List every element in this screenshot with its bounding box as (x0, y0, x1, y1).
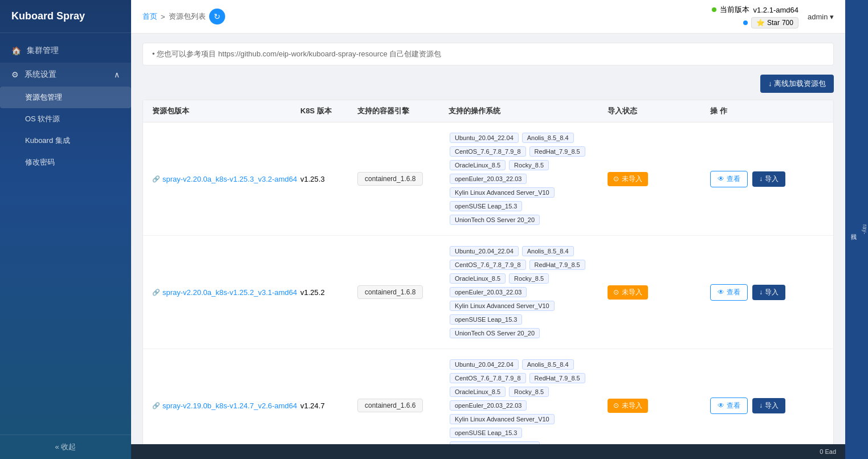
row2-actions: 👁 查看 ↓ 导入 (710, 284, 824, 301)
col-action: 操 作 (710, 106, 824, 116)
status-text: 未导入 (622, 288, 642, 297)
sidebar-item-cluster[interactable]: 🏠 集群管理 (0, 39, 131, 63)
row3-version-link[interactable]: spray-v2.19.0b_k8s-v1.24.7_v2.6-amd64 (152, 401, 300, 410)
chevron-up-icon: ∧ (114, 70, 120, 79)
row2-status: ⊙ 未导入 (608, 285, 710, 300)
breadcrumb: 首页 > 资源包列表 ↻ (142, 9, 225, 24)
refresh-button[interactable]: ↻ (209, 9, 225, 24)
os-tag: UnionTech OS Server 20_20 (450, 215, 540, 225)
star-badge[interactable]: ⭐ Star 700 (751, 17, 798, 28)
view-label: 查看 (727, 288, 740, 297)
os-tag: openSUSE Leap_15.3 (450, 428, 522, 438)
row3-version: spray-v2.19.0b_k8s-v1.24.7_v2.6-amd64 (152, 401, 300, 410)
os-tag: Kylin Linux Advanced Server_V10 (450, 301, 555, 311)
eye-icon: 👁 (718, 288, 724, 296)
version-info: 当前版本 v1.2.1-amd64 ⭐ Star 700 (712, 5, 798, 28)
import-label: 导入 (765, 288, 779, 297)
sidebar-nav: 🏠 集群管理 ⚙ 系统设置 ∧ 资源包管理 OS 软件源 Kuboard 集成 … (0, 33, 131, 435)
sidebar-cluster-label: 集群管理 (27, 46, 59, 56)
os-tag: Ubuntu_20.04_22.04 (450, 246, 519, 256)
notice-bullet: • (152, 50, 157, 58)
os-tag: openEuler_20.03_22.03 (450, 174, 527, 184)
col-container: 支持的容器引擎 (357, 106, 449, 116)
row3-status: ⊙ 未导入 (608, 399, 710, 413)
spin-icon: ⊙ (613, 401, 619, 409)
topbar-right: 当前版本 v1.2.1-amd64 ⭐ Star 700 admin ▾ (712, 5, 834, 28)
row1-container: containerd_1.6.8 (357, 172, 449, 186)
admin-user-button[interactable]: admin ▾ (808, 13, 834, 21)
table-row: spray-v2.20.0a_k8s-v1.25.2_v3.1-amd64 v1… (143, 236, 833, 349)
import-button[interactable]: ↓ 导入 (752, 285, 785, 300)
toolbar: ↓ 离线加载资源包 (142, 75, 834, 93)
row1-status: ⊙ 未导入 (608, 172, 710, 186)
os-tag: CentOS_7.6_7.8_7.9_8 (450, 373, 526, 383)
os-tag: CentOS_7.6_7.8_7.9_8 (450, 146, 526, 157)
os-tag: Ubuntu_20.04_22.04 (450, 359, 519, 370)
row1-container-tag: containerd_1.6.8 (357, 172, 423, 186)
notice-text: 您也可以参考项目 https://github.com/eip-work/kub… (157, 50, 441, 58)
col-status: 导入状态 (608, 106, 710, 116)
view-button[interactable]: 👁 查看 (710, 284, 748, 301)
version-label: 当前版本 (720, 5, 749, 15)
status-text: 未导入 (622, 174, 642, 184)
view-label: 查看 (727, 401, 740, 411)
version-dot (712, 7, 716, 12)
row2-os-tags: Ubuntu_20.04_22.04 Anolis_8.5_8.4 CentOS… (449, 245, 608, 339)
sidebar-item-resource[interactable]: 资源包管理 (0, 87, 131, 108)
import-label: 导入 (765, 401, 779, 411)
os-tag: RedHat_7.9_8.5 (529, 146, 585, 157)
right-panel-text-1: ray- (862, 224, 868, 234)
row1-version-link[interactable]: spray-v2.20.0a_k8s-v1.25.3_v3.2-amd64 (152, 175, 300, 183)
status-badge-not-imported: ⊙ 未导入 (608, 172, 648, 186)
import-button[interactable]: ↓ 导入 (752, 171, 785, 187)
home-icon: 🏠 (11, 46, 21, 55)
view-button[interactable]: 👁 查看 (710, 397, 748, 414)
os-tag: openSUSE Leap_15.3 (450, 314, 522, 325)
sidebar-logo: Kuboard Spray (0, 0, 131, 33)
os-tag: UnionTech OS Server 20_20 (450, 328, 540, 338)
topbar: 首页 > 资源包列表 ↻ 当前版本 v1.2.1-amd64 ⭐ Star 70… (131, 0, 845, 34)
row1-version: spray-v2.20.0a_k8s-v1.25.3_v3.2-amd64 (152, 175, 300, 183)
col-version: 资源包版本 (152, 106, 300, 116)
row2-version: spray-v2.20.0a_k8s-v1.25.2_v3.1-amd64 (152, 288, 300, 297)
os-tag: RedHat_7.9_8.5 (529, 260, 585, 270)
row1-actions: 👁 查看 ↓ 导入 (710, 171, 824, 187)
sidebar-collapse-button[interactable]: « 收起 (0, 435, 131, 459)
sidebar-item-settings[interactable]: ⚙ 系统设置 ∧ (0, 63, 131, 87)
status-badge-not-imported: ⊙ 未导入 (608, 285, 648, 300)
sidebar-password-label: 修改密码 (25, 157, 55, 167)
version-row: 当前版本 v1.2.1-amd64 (712, 5, 798, 15)
os-tag: CentOS_7.6_7.8_7.9_8 (450, 260, 526, 270)
sidebar-os-label: OS 软件源 (25, 114, 60, 124)
sidebar-settings-label: 系统设置 (25, 69, 56, 80)
os-tag: OracleLinux_8.5 (450, 387, 506, 397)
import-button[interactable]: ↓ 导入 (752, 398, 785, 413)
main-area: 首页 > 资源包列表 ↻ 当前版本 v1.2.1-amd64 ⭐ Star 70… (131, 0, 845, 459)
os-tag: openSUSE Leap_15.3 (450, 201, 522, 211)
offline-load-button[interactable]: ↓ 离线加载资源包 (760, 75, 834, 93)
view-button[interactable]: 👁 查看 (710, 171, 748, 187)
star-count: 700 (782, 19, 793, 27)
row1-k8s: v1.25.3 (300, 175, 357, 183)
sidebar-item-os-source[interactable]: OS 软件源 (0, 108, 131, 130)
table-row: spray-v2.20.0a_k8s-v1.25.3_v3.2-amd64 v1… (143, 122, 833, 236)
content-area: • 您也可以参考项目 https://github.com/eip-work/k… (131, 34, 845, 444)
view-label: 查看 (727, 174, 740, 184)
os-tag: Anolis_8.5_8.4 (522, 246, 574, 256)
sidebar-item-password[interactable]: 修改密码 (0, 151, 131, 173)
breadcrumb-current: 资源包列表 (169, 11, 206, 22)
os-tag: Kylin Linux Advanced Server_V10 (450, 187, 555, 198)
os-tag: openEuler_20.03_22.03 (450, 287, 527, 297)
ead-count: 0 Ead (820, 448, 836, 455)
os-tag: Rocky_8.5 (509, 387, 549, 397)
star-label: Star (767, 19, 780, 27)
row1-os-tags: Ubuntu_20.04_22.04 Anolis_8.5_8.4 CentOS… (449, 132, 608, 226)
sidebar-item-kuboard[interactable]: Kuboard 集成 (0, 130, 131, 151)
col-os: 支持的操作系统 (449, 106, 608, 116)
os-tag: Rocky_8.5 (509, 160, 549, 170)
sidebar-resource-label: 资源包管理 (25, 92, 62, 103)
row2-version-link[interactable]: spray-v2.20.0a_k8s-v1.25.2_v3.1-amd64 (152, 288, 300, 297)
os-tag: Anolis_8.5_8.4 (522, 359, 574, 370)
breadcrumb-home[interactable]: 首页 (142, 11, 157, 22)
spin-icon: ⊙ (613, 288, 619, 296)
